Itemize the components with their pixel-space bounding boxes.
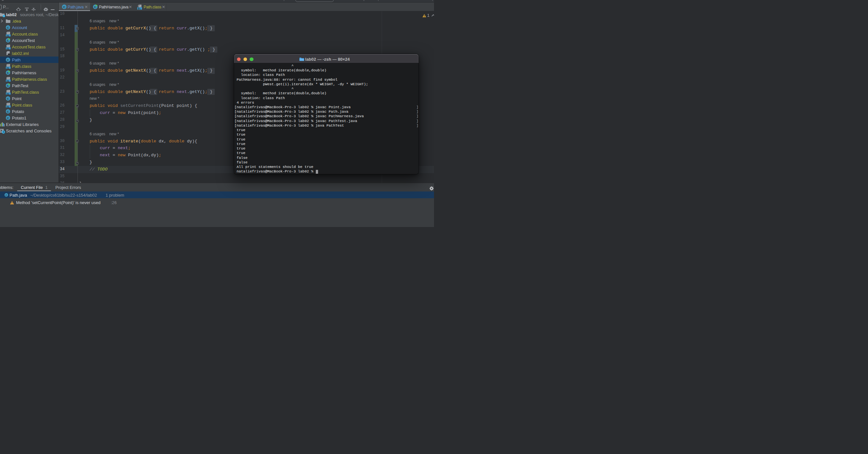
svg-text:C: C xyxy=(63,5,66,8)
svg-text:C: C xyxy=(5,194,7,196)
